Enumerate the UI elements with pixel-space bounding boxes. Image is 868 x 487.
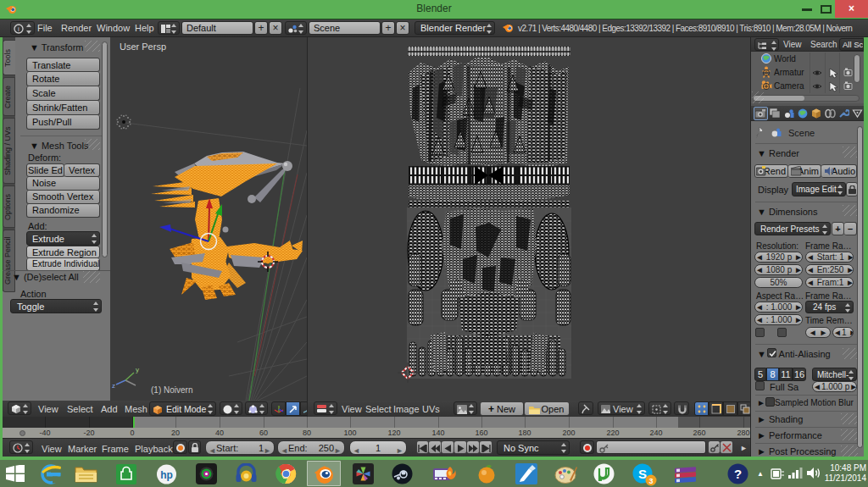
svg-text:Scene: Scene [788,128,815,138]
svg-text:i: i [18,25,19,33]
svg-text:z: z [112,382,115,390]
svg-text:y: y [136,366,139,374]
svg-text:Armatur: Armatur [774,68,804,77]
svg-text:3: 3 [648,477,653,485]
svg-text:User Persp: User Persp [120,42,166,52]
svg-text:(1) Noivern: (1) Noivern [151,385,192,395]
svg-text:Camera: Camera [774,81,804,91]
svg-text:?: ? [734,467,742,481]
svg-text:World: World [774,54,796,64]
svg-text:hp: hp [160,469,173,481]
svg-text:S: S [638,467,647,481]
